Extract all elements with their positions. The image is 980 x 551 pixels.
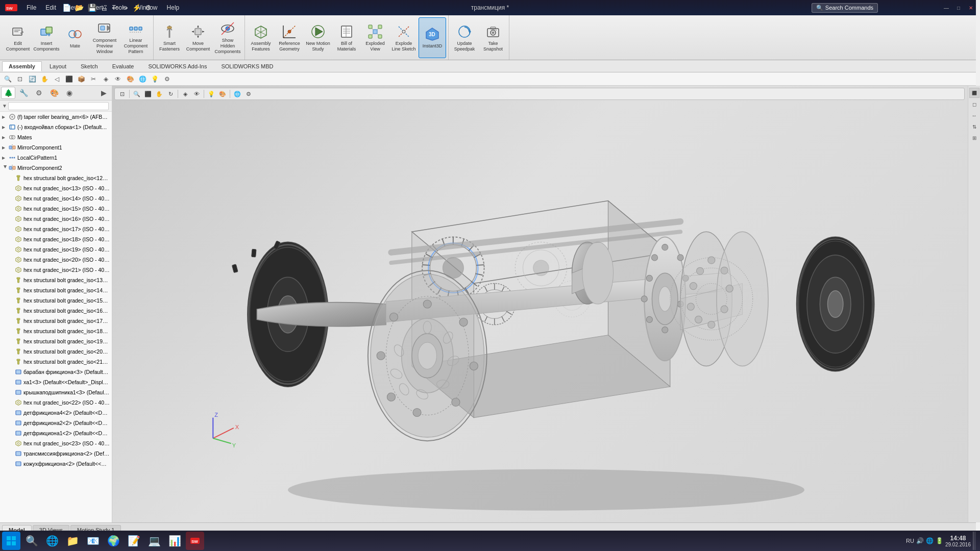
tree-item-nut21[interactable]: hex nut gradec_iso<21> (ISO - 4034 -... [0, 265, 112, 275]
tree-item-drum[interactable]: барабан фрикциона<3> (Default<<... [0, 367, 112, 377]
pan-view-btn[interactable]: ✋ [39, 73, 50, 85]
tree-item-bearing[interactable]: ▶ (f) taper roller bearing_am<6> (AFBMA … [0, 112, 112, 122]
tab-layout[interactable]: Layout [43, 61, 73, 71]
tree-item-bolt18[interactable]: hex structural bolt gradec_iso<18> (I... [0, 326, 112, 336]
undo-btn[interactable]: ↩ [111, 3, 119, 13]
redo-btn[interactable]: ↪ [121, 3, 129, 13]
tree-item-bolt17[interactable]: hex structural bolt gradec_iso<17> (I... [0, 316, 112, 326]
view-3d-btn[interactable]: 📦 [76, 73, 87, 85]
move-component-btn[interactable]: Move Component [184, 17, 212, 58]
tree-item-nut18[interactable]: hex nut gradec_iso<18> (ISO - 4034 -... [0, 234, 112, 244]
tree-item-nut17[interactable]: hex nut gradec_iso<17> (ISO - 4034 -... [0, 224, 112, 234]
bill-of-materials-btn[interactable]: Bill of Materials [333, 17, 360, 58]
tree-item-shaft[interactable]: ▶ (-) входнойвал сборка<1> (Default<Disp… [0, 122, 112, 132]
view-selector-btn[interactable]: ⬛ [63, 73, 75, 85]
tree-item-det2[interactable]: детфрикциона2<2> (Default<<Defa... [0, 418, 112, 428]
tree-item-localcir[interactable]: ▶ LocalCirPattern1 [0, 153, 112, 163]
display-style-btn[interactable]: ◈ [100, 73, 111, 85]
view-rp4[interactable]: ⇅ [969, 121, 979, 132]
save-file-btn[interactable]: 💾 [87, 3, 97, 13]
tree-filter-input[interactable] [8, 102, 109, 110]
zoom-to-selection-btn[interactable]: ⊡ [14, 73, 26, 85]
taskbar-search[interactable]: 🔍 [22, 532, 41, 550]
rotate-view-btn[interactable]: 🔄 [27, 73, 38, 85]
taskbar-btn3[interactable]: 📧 [84, 532, 102, 550]
edit-component-btn[interactable]: Edit Component [4, 17, 32, 58]
taskbar-btn5[interactable]: 📝 [125, 532, 143, 550]
view-cube-btn[interactable]: ⬛ [969, 88, 979, 98]
hide-show-btn[interactable]: 👁 [112, 73, 124, 85]
tree-item-bolt12[interactable]: hex structural bolt gradec_iso<12> (I... [0, 173, 112, 183]
panel-tab-display[interactable]: 🎨 [47, 87, 61, 99]
take-snapshot-btn[interactable]: Take Snapshot [479, 17, 507, 58]
exploded-view-btn[interactable]: Exploded View [361, 17, 389, 58]
tree-item-cover[interactable]: кожухфрикциона<2> (Default<<De... [0, 459, 112, 469]
menu-file[interactable]: File [22, 3, 40, 12]
minimize-btn[interactable]: — [941, 4, 951, 12]
taskbar-btn6[interactable]: 💻 [145, 532, 163, 550]
panel-collapse-btn[interactable]: ▶ [96, 87, 111, 99]
print-btn[interactable]: 🖨 [100, 3, 109, 13]
tree-item-nut20[interactable]: hex nut gradec_iso<20> (ISO - 4034 -... [0, 255, 112, 265]
show-hidden-components-btn[interactable]: Show Hidden Components [213, 17, 242, 58]
tab-mbd[interactable]: SOLIDWORKS MBD [214, 61, 280, 71]
tab-addins[interactable]: SOLIDWORKS Add-Ins [141, 61, 213, 71]
assembly-features-btn[interactable]: Assembly Features [247, 17, 275, 58]
menu-edit[interactable]: Edit [41, 3, 60, 12]
tree-item-nut15[interactable]: hex nut gradec_iso<15> (ISO - 4034 -... [0, 204, 112, 214]
appearance-btn[interactable]: 🎨 [125, 73, 136, 85]
zoom-to-fit-btn[interactable]: 🔍 [2, 73, 13, 85]
tab-assembly[interactable]: Assembly [2, 61, 42, 71]
tree-item-cap[interactable]: крышкаподшипника1<3> (Default<... [0, 387, 112, 397]
tree-item-nut16[interactable]: hex nut gradec_iso<16> (ISO - 4034 -... [0, 214, 112, 224]
tree-item-bolt20[interactable]: hex structural bolt gradec_iso<20> (I... [0, 346, 112, 357]
maximize-btn[interactable]: □ [953, 4, 964, 12]
tree-item-bolt16[interactable]: hex structural bolt gradec_iso<16> (I... [0, 306, 112, 316]
previous-view-btn[interactable]: ◁ [51, 73, 62, 85]
menu-help[interactable]: Help [163, 3, 184, 12]
mate-btn[interactable]: Mate [61, 17, 89, 58]
open-file-btn[interactable]: 📂 [74, 3, 85, 13]
close-btn[interactable]: ✕ [966, 4, 976, 12]
taskbar-btn2[interactable]: 📁 [63, 532, 82, 550]
tree-item-nut14[interactable]: hex nut gradec_iso<14> (ISO - 4034 -... [0, 193, 112, 204]
tree-item-bolt14[interactable]: hex structural bolt gradec_iso<14> (I... [0, 285, 112, 295]
component-preview-btn[interactable]: Component Preview Window [90, 17, 119, 58]
3d-viewport[interactable]: ⊡ 🔍 ⬛ ✋ ↻ ◈ 👁 💡 🎨 🌐 ⚙ [112, 86, 980, 522]
update-speedpak-btn[interactable]: Update Speedpak [451, 17, 478, 58]
tree-item-trans[interactable]: трансмиссияфрикциона<2> (Default<<De... [0, 448, 112, 459]
tree-item-nut19[interactable]: hex nut gradec_iso<19> (ISO - 4034 -... [0, 244, 112, 255]
panel-tab-appearance[interactable]: ◉ [62, 87, 77, 99]
search-box[interactable]: 🔍 Search Commands [812, 3, 878, 13]
options-btn[interactable]: ⚙ [144, 3, 153, 13]
taskbar-btn4[interactable]: 🌍 [104, 532, 122, 550]
taskbar-solidworks[interactable]: SW [186, 532, 204, 550]
view-rp2[interactable]: ◻ [969, 99, 979, 109]
tree-item-mirror2[interactable]: ▶ MirrorComponent2 [0, 163, 112, 173]
tree-item-det4[interactable]: детфрикциона4<2> (Default<<Defa... [0, 408, 112, 418]
taskbar-btn1[interactable]: 🌐 [43, 532, 61, 550]
reference-geometry-btn[interactable]: Reference Geometry [276, 17, 303, 58]
section-view-btn[interactable]: ✂ [88, 73, 99, 85]
view-rp3[interactable]: ↔ [969, 110, 979, 120]
tree-item-nut13[interactable]: hex nut gradec_iso<13> (ISO - 4034 -... [0, 183, 112, 193]
new-motion-study-btn[interactable]: New Motion Study [304, 17, 332, 58]
smart-fasteners-btn[interactable]: Smart Fasteners [156, 17, 183, 58]
panel-tab-config[interactable]: ⚙ [32, 87, 46, 99]
tree-item-nut23[interactable]: hex nut gradec_iso<23> (ISO - 4034 -... [0, 438, 112, 448]
insert-components-btn[interactable]: Insert Components [33, 17, 60, 58]
tree-item-bolt15[interactable]: hex structural bolt gradec_iso<15> (I... [0, 295, 112, 306]
tab-evaluate[interactable]: Evaluate [106, 61, 141, 71]
tree-item-det1[interactable]: детфрикциона1<2> (Default<<Defa... [0, 428, 112, 438]
instant3d-btn[interactable]: 3D Instant3D [419, 17, 446, 58]
lighting-btn[interactable]: 💡 [149, 73, 160, 85]
tree-item-xa1[interactable]: xa1<3> (Default<<Default>_Display S... [0, 377, 112, 387]
linear-component-pattern-btn[interactable]: Linear Component Pattern [120, 17, 151, 58]
tree-item-bolt21[interactable]: hex structural bolt gradec_iso<21> (I... [0, 357, 112, 367]
tree-item-bolt13[interactable]: hex structural bolt gradec_iso<13> (I... [0, 275, 112, 285]
view-rp5[interactable]: ⊞ [969, 133, 979, 143]
view-settings-btn[interactable]: ⚙ [161, 73, 173, 85]
explode-line-sketch-btn[interactable]: Explode Line Sketch [390, 17, 418, 58]
scene-btn[interactable]: 🌐 [137, 73, 148, 85]
panel-tab-properties[interactable]: 🔧 [16, 87, 31, 99]
